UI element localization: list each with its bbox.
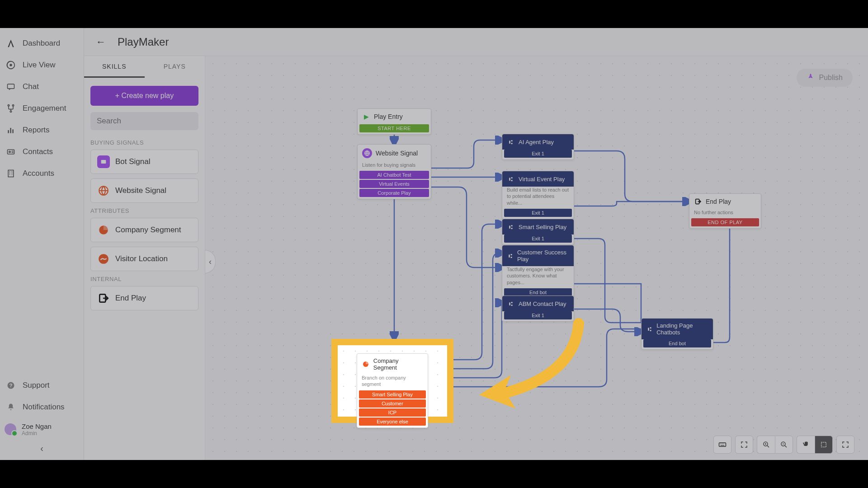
node-bar[interactable]: Smart Selling Play	[359, 390, 426, 399]
node-bar[interactable]: AI Chatbot Test	[359, 171, 429, 179]
sidebar-item-label: Support	[23, 381, 50, 390]
pan-button[interactable]	[797, 436, 815, 454]
fit-view-button[interactable]	[735, 436, 753, 454]
sidebar-item-label: Reports	[23, 126, 50, 135]
eye-icon	[5, 60, 16, 70]
node-play-entry[interactable]: ▶Play Entry START HERE	[357, 108, 431, 135]
sidebar-item-liveview[interactable]: Live View	[0, 54, 84, 76]
svg-text:?: ?	[9, 382, 12, 388]
node-bar[interactable]: Customer	[359, 399, 426, 408]
sidebar: Dashboard Live View Chat Engagement Repo…	[0, 28, 84, 460]
sidebar-item-label: Contacts	[23, 147, 53, 156]
skill-visitor-location[interactable]: Visitor Location	[90, 247, 198, 271]
sidebar-collapse-button[interactable]: ‹	[0, 441, 84, 454]
sidebar-item-label: Accounts	[23, 169, 54, 178]
node-bar[interactable]: Corporate Play	[359, 189, 429, 197]
node-virtual-event[interactable]: ⑆Virtual Event Play Build email lists to…	[502, 171, 574, 219]
sidebar-user[interactable]: Zoe Ngan Admin	[0, 418, 84, 441]
node-subtitle: Branch on company segment	[357, 375, 428, 390]
sidebar-item-contacts[interactable]: Contacts	[0, 141, 84, 163]
zoom-in-button[interactable]	[757, 436, 775, 454]
node-subtitle: Build email lists to reach out to potent…	[502, 187, 574, 209]
select-button[interactable]	[815, 436, 833, 454]
user-name: Zoe Ngan	[22, 422, 52, 430]
node-company-segment[interactable]: Company Segment Branch on company segmen…	[357, 353, 428, 428]
header: ← PlayMaker	[84, 28, 868, 56]
skill-company-segment[interactable]: Company Segment	[90, 218, 198, 242]
node-bar[interactable]: Exit 1	[504, 150, 572, 158]
svg-point-1	[9, 64, 12, 66]
exit-icon	[694, 197, 702, 206]
bot-icon	[97, 155, 110, 168]
sidebar-item-chat[interactable]: Chat	[0, 76, 84, 98]
node-smart-selling[interactable]: ⑆Smart Selling Play Exit 1	[502, 219, 574, 245]
node-bar[interactable]: Exit 1	[504, 311, 572, 319]
page-title: PlayMaker	[118, 36, 169, 48]
tab-plays[interactable]: PLAYS	[145, 56, 205, 78]
sidebar-item-notifications[interactable]: Notifications	[0, 396, 84, 418]
flow-icon: ⑆	[507, 223, 515, 231]
sidebar-item-dashboard[interactable]: Dashboard	[0, 33, 84, 54]
node-end-play[interactable]: End Play No further actions END OF PLAY	[689, 193, 761, 229]
user-role: Admin	[22, 430, 52, 436]
sidebar-item-support[interactable]: ? Support	[0, 375, 84, 396]
piechart-icon	[362, 360, 370, 368]
skill-end-play[interactable]: End Play	[90, 286, 198, 310]
node-bar[interactable]: Exit 1	[504, 235, 572, 243]
skill-label: End Play	[115, 294, 146, 303]
globe-icon	[362, 148, 372, 158]
node-title: Play Entry	[374, 113, 403, 120]
node-title: Smart Selling Play	[519, 224, 566, 230]
help-icon: ?	[5, 380, 16, 391]
sidebar-item-accounts[interactable]: Accounts	[0, 163, 84, 184]
svg-rect-24	[821, 442, 826, 447]
node-website-signal[interactable]: Website Signal Listen for buying signals…	[357, 144, 431, 199]
node-bar[interactable]: Everyone else	[359, 418, 426, 426]
fullscreen-button[interactable]	[836, 436, 854, 454]
canvas-toolbar	[713, 436, 854, 454]
search-input[interactable]	[90, 112, 198, 130]
back-button[interactable]: ←	[94, 35, 108, 49]
zoom-out-button[interactable]	[775, 436, 793, 454]
sidebar-item-label: Dashboard	[23, 39, 60, 48]
publish-button[interactable]: Publish	[797, 69, 853, 87]
node-title: ABM Contact Play	[519, 300, 566, 307]
node-bar[interactable]: Exit 1	[504, 209, 572, 217]
logo-icon	[5, 38, 16, 49]
svg-rect-6	[8, 130, 9, 133]
chat-icon	[5, 81, 16, 92]
app-root: Dashboard Live View Chat Engagement Repo…	[0, 28, 868, 460]
node-bar[interactable]: ICP	[359, 408, 426, 417]
piechart-icon	[97, 224, 110, 236]
keyboard-button[interactable]	[713, 436, 731, 454]
building-icon	[5, 168, 16, 179]
sidebar-item-reports[interactable]: Reports	[0, 119, 84, 141]
exit-icon	[97, 292, 110, 305]
svg-point-10	[9, 151, 10, 152]
node-bar[interactable]: End bot	[643, 339, 711, 347]
node-abm-contact[interactable]: ⑆ABM Contact Play Exit 1	[502, 296, 574, 322]
flow-icon: ⑆	[507, 138, 515, 146]
skill-label: Company Segment	[115, 225, 181, 235]
node-subtitle: No further actions	[689, 209, 761, 218]
bell-icon	[5, 402, 16, 413]
section-attributes: ATTRIBUTES	[90, 207, 198, 214]
skill-label: Website Signal	[115, 186, 166, 195]
create-play-button[interactable]: + Create new play	[90, 86, 198, 106]
svg-point-4	[12, 105, 14, 106]
section-buying-signals: BUYING SIGNALS	[90, 139, 198, 146]
sidebar-item-engagement[interactable]: Engagement	[0, 98, 84, 119]
tab-skills[interactable]: SKILLS	[84, 56, 145, 78]
canvas[interactable]: Publish ‹	[205, 56, 868, 460]
node-landing-page[interactable]: ⑆Landing Page Chatbots End bot	[641, 318, 713, 350]
node-title: Landing Page Chatbots	[656, 322, 708, 336]
sidebar-item-label: Notifications	[23, 403, 65, 412]
svg-rect-14	[101, 160, 106, 164]
node-bar[interactable]: Virtual Events	[359, 180, 429, 188]
node-customer-success[interactable]: ⑆Customer Success Play Tactfully engage …	[502, 245, 574, 299]
location-icon	[97, 253, 110, 265]
skill-website-signal[interactable]: Website Signal	[90, 178, 198, 203]
svg-rect-2	[8, 84, 14, 89]
node-ai-agent[interactable]: ⑆AI Agent Play Exit 1	[502, 134, 574, 160]
skill-bot-signal[interactable]: Bot Signal	[90, 150, 198, 174]
